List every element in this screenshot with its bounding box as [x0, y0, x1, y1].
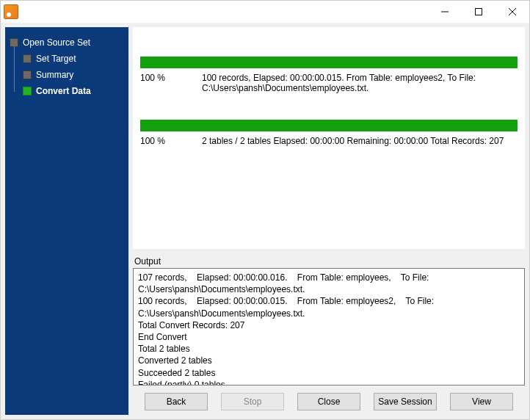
maximize-button[interactable] [462, 1, 495, 23]
wizard-sidebar: Open Source Set Set Target Summary Conve… [5, 27, 128, 415]
sidebar-item-summary[interactable]: Summary [23, 67, 124, 83]
progress-block-2: 100 % 2 tables / 2 tables Elapsed: 00:00… [140, 120, 518, 146]
app-icon [4, 4, 18, 19]
close-button[interactable]: Close [297, 393, 360, 410]
sidebar-root-label: Open Source Set [23, 37, 90, 48]
tree-node-icon [23, 70, 32, 79]
progress-percent: 100 % [140, 136, 192, 146]
close-window-button[interactable] [495, 1, 529, 23]
sidebar-item-convert-data[interactable]: Convert Data [23, 83, 124, 99]
minimize-button[interactable] [428, 1, 462, 23]
back-button[interactable]: Back [145, 393, 208, 410]
tree-node-icon [23, 87, 32, 95]
progress-area: 100 % 100 records, Elapsed: 00:00:00.015… [133, 27, 525, 249]
tree-node-icon [23, 54, 32, 63]
sidebar-item-label: Summary [36, 70, 73, 80]
progress-detail: 100 records, Elapsed: 00:00:00.015. From… [202, 73, 518, 93]
button-row: Back Stop Close Save Session View [133, 385, 525, 415]
sidebar-item-set-target[interactable]: Set Target [23, 51, 124, 67]
stop-button: Stop [221, 393, 284, 410]
progress-block-1: 100 % 100 records, Elapsed: 00:00:00.015… [140, 57, 518, 93]
sidebar-root[interactable]: Open Source Set [10, 35, 124, 51]
output-textarea[interactable]: 107 records, Elapsed: 00:00:00.016. From… [133, 268, 525, 385]
sidebar-item-label: Convert Data [36, 86, 91, 96]
titlebar [1, 1, 529, 23]
svg-rect-0 [476, 9, 482, 15]
main-panel: 100 % 100 records, Elapsed: 00:00:00.015… [133, 27, 525, 415]
output-label: Output [134, 256, 525, 267]
progress-percent: 100 % [140, 73, 192, 93]
progress-detail: 2 tables / 2 tables Elapsed: 00:00:00 Re… [202, 136, 518, 146]
progress-bar [140, 120, 518, 131]
view-button[interactable]: View [450, 393, 513, 410]
tree-connector [14, 46, 15, 92]
app-window: Open Source Set Set Target Summary Conve… [0, 0, 530, 420]
save-session-button[interactable]: Save Session [374, 393, 437, 410]
sidebar-item-label: Set Target [36, 54, 76, 64]
progress-bar [140, 57, 518, 68]
